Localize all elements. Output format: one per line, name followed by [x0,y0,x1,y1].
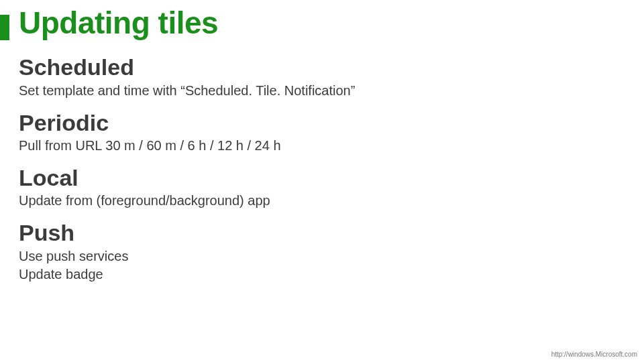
section-local: Local Update from (foreground/background… [19,166,625,210]
section-push: Push Use push services Update badge [19,221,625,283]
section-scheduled: Scheduled Set template and time with “Sc… [19,55,625,99]
footer-url: http://windows.Microsoft.com [551,351,637,358]
section-periodic: Periodic Pull from URL 30 m / 60 m / 6 h… [19,111,625,155]
section-heading: Scheduled [19,55,625,80]
section-heading: Push [19,221,625,245]
slide-title: Updating tiles [19,7,625,39]
slide: Updating tiles Scheduled Set template an… [0,0,644,362]
section-body: Update from (foreground/background) app [19,192,625,210]
accent-bar [0,15,9,40]
section-body: Set template and time with “Scheduled. T… [19,82,625,100]
section-heading: Periodic [19,111,625,135]
section-body: Pull from URL 30 m / 60 m / 6 h / 12 h /… [19,137,625,155]
section-heading: Local [19,166,625,190]
section-body: Use push services Update badge [19,247,625,284]
